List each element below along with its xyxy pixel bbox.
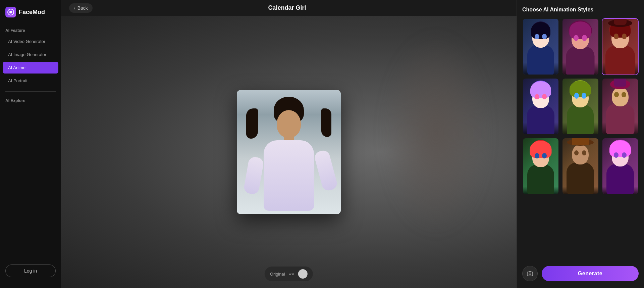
page-title: Calendar Girl (93, 4, 482, 11)
sidebar-item-video-gen[interactable]: AI Video Generator (3, 36, 58, 47)
sidebar-divider (5, 91, 56, 92)
toggle-circle[interactable] (298, 269, 308, 279)
style-card-calendargirl[interactable]: Calendar Girl (602, 18, 639, 75)
generate-button[interactable]: Generate (542, 266, 639, 281)
canvas-area: Original «» (61, 16, 517, 288)
style-card-row3b-bg (562, 138, 598, 194)
style-card-anime2d[interactable]: Anime 2D (522, 18, 559, 75)
style-card-anime2d-bg (523, 19, 558, 75)
svg-point-3 (529, 273, 531, 275)
style-grid: Anime 2D Aether Punk (522, 18, 639, 195)
background-figure (382, 33, 490, 234)
style-card-row3c-bg (602, 138, 638, 194)
login-button[interactable]: Log in (5, 265, 56, 277)
style-card-aetherpunk[interactable]: Aether Punk (562, 18, 599, 75)
photo-face (277, 110, 301, 138)
style-card-wonka-bg (602, 79, 638, 134)
top-bar: ‹ Back Calendar Girl (61, 0, 517, 16)
sidebar-bottom: Log in (0, 259, 61, 283)
panel-bottom: Generate (522, 266, 639, 281)
bottom-bar: Original «» (265, 267, 313, 281)
toggle-arrows[interactable]: «» (289, 271, 294, 277)
sidebar-item-image-gen[interactable]: AI Image Generator (3, 49, 58, 60)
logo-area: FaceMod (0, 5, 61, 26)
style-card-calendargirl-bg (602, 19, 638, 75)
style-card-row3a-bg (523, 138, 558, 194)
style-card-row3a[interactable] (522, 138, 559, 195)
sidebar-item-anime[interactable]: AI Anime (3, 62, 58, 74)
right-panel: Choose AI Animation Styles Anime 2D (517, 0, 644, 288)
style-card-wonka[interactable]: Wonka (602, 78, 639, 135)
back-chevron-icon: ‹ (74, 5, 75, 11)
svg-rect-2 (527, 272, 533, 276)
app-logo-icon (5, 7, 16, 17)
photo-hair-right (321, 108, 331, 137)
sidebar-item-portrait[interactable]: AI Portrait (3, 75, 58, 87)
style-card-retrostyle-bg (523, 79, 558, 134)
photo-hair-left (246, 108, 258, 139)
app-name: FaceMod (19, 9, 45, 16)
original-label: Original (270, 272, 285, 277)
photo-card (237, 90, 341, 214)
photo-body (264, 140, 314, 211)
ai-feature-label: AI Feature (0, 26, 61, 35)
svg-point-1 (9, 11, 12, 13)
style-card-legendofelf-bg (562, 79, 598, 134)
style-card-legendofelf[interactable]: Legend of Elf (562, 78, 599, 135)
sidebar: FaceMod AI Feature AI Video Generator AI… (0, 0, 61, 288)
photo-inner (237, 90, 341, 214)
main-content: ‹ Back Calendar Girl (61, 0, 517, 288)
style-card-row3b[interactable] (562, 138, 599, 195)
style-card-row3c[interactable] (602, 138, 639, 195)
style-card-aetherpunk-bg (562, 19, 598, 75)
ai-explore-label: AI Explore (0, 96, 61, 105)
panel-title: Choose AI Animation Styles (522, 7, 639, 13)
back-button[interactable]: ‹ Back (69, 3, 93, 13)
style-card-retrostyle[interactable]: Retro Style (522, 78, 559, 135)
screenshot-button[interactable] (522, 266, 538, 281)
